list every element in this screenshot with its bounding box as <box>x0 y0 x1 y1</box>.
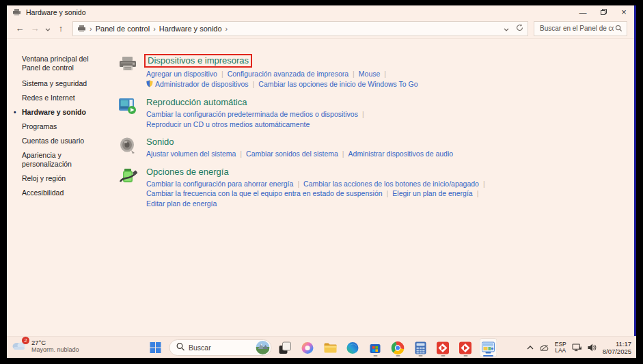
sidebar-item-label: Sistema y seguridad <box>22 79 87 87</box>
task-link[interactable]: Editar plan de energía <box>146 199 217 208</box>
link-separator: | <box>342 150 344 158</box>
sidebar-item-ventana-principal-del-panel-de-control[interactable]: Ventana principal del Panel de control <box>22 55 102 72</box>
link-separator: | <box>362 110 364 118</box>
breadcrumb-item[interactable]: Panel de control <box>96 25 150 33</box>
taskbar-icon-explorer[interactable] <box>321 338 339 357</box>
window-titlebar: Hardware y sonido — × <box>7 5 634 18</box>
red-app-2-icon <box>459 341 472 354</box>
taskbar-icon-edge[interactable] <box>344 338 361 357</box>
link-separator: | <box>483 180 485 188</box>
calculator-icon <box>414 341 426 354</box>
restore-button[interactable] <box>593 5 614 18</box>
task-link-label: Ajustar volumen del sistema <box>146 150 236 158</box>
network-icon[interactable] <box>572 344 582 352</box>
forward-button[interactable]: → <box>27 23 42 33</box>
running-indicator <box>463 355 467 357</box>
section-body: Opciones de energíaCambiar la configurac… <box>146 165 489 209</box>
bing-daily-image <box>256 341 269 354</box>
link-separator: | <box>387 189 389 197</box>
minimize-button[interactable]: — <box>573 5 593 18</box>
sidebar-item-sistema-y-seguridad[interactable]: Sistema y seguridad <box>22 79 102 88</box>
running-indicator <box>483 355 493 357</box>
sidebar-item-label: Redes e Internet <box>22 94 75 102</box>
sidebar-item-apariencia-y-personalizaci-n[interactable]: Apariencia y personalización <box>22 151 102 169</box>
task-link-label: Editar plan de energía <box>146 199 217 208</box>
task-link[interactable]: Configuración avanzada de impresora <box>228 70 348 78</box>
task-link-label: Elegir un plan de energía <box>392 189 472 197</box>
task-link[interactable]: Cambiar la frecuencia con la que el equi… <box>146 189 383 197</box>
sidebar-item-programas[interactable]: Programas <box>22 122 102 131</box>
sidebar-item-redes-e-internet[interactable]: Redes e Internet <box>22 94 102 102</box>
task-link-label: Cambiar las opciones de inicio de Window… <box>258 80 418 88</box>
weather-widget[interactable]: 2 27°C Mayorm. nublado <box>12 339 79 354</box>
speaker-icon[interactable] <box>116 135 139 159</box>
taskbar-icon-chrome[interactable] <box>389 338 407 357</box>
task-link[interactable]: Cambiar las opciones de inicio de Window… <box>258 80 418 88</box>
task-link[interactable]: Cambiar la configuración predeterminada … <box>146 110 358 118</box>
breadcrumb-icon[interactable] <box>77 25 86 32</box>
up-button[interactable]: ↑ <box>53 23 68 33</box>
search-icon <box>176 341 184 354</box>
tray-overflow-chevron-icon[interactable] <box>527 346 534 350</box>
sidebar-item-label: Reloj y región <box>22 174 66 182</box>
back-button[interactable]: ← <box>12 23 27 33</box>
sidebar-item-label: Programas <box>22 122 57 130</box>
task-link[interactable]: Administrador de dispositivos <box>146 80 249 88</box>
task-link[interactable]: Reproducir un CD u otros medios automáti… <box>146 120 310 128</box>
sidebar-item-cuentas-de-usuario[interactable]: Cuentas de usuario <box>22 137 102 145</box>
task-link-label: Cambiar sonidos del sistema <box>246 150 338 158</box>
taskbar-icon-calculator[interactable] <box>411 338 429 357</box>
task-link[interactable]: Agregar un dispositivo <box>146 70 217 78</box>
section-body: Reproducción automáticaCambiar la config… <box>146 96 368 129</box>
task-link[interactable]: Elegir un plan de energía <box>392 189 472 197</box>
link-separator: | <box>297 180 299 188</box>
taskbar-icon-red-app-2[interactable] <box>456 338 474 357</box>
breadcrumb[interactable]: ›Panel de control›Hardware y sonido› <box>72 21 528 36</box>
onedrive-offline-icon[interactable] <box>539 344 549 352</box>
task-link[interactable]: Ajustar volumen del sistema <box>146 150 236 158</box>
breadcrumb-controls <box>504 24 523 33</box>
running-indicator <box>441 355 445 357</box>
sidebar-item-reloj-y-regi-n[interactable]: Reloj y región <box>22 174 102 183</box>
taskbar-icon-start[interactable] <box>146 338 164 357</box>
printer-icon[interactable] <box>116 54 139 89</box>
link-row: Cambiar la frecuencia con la que el equi… <box>146 188 489 199</box>
refresh-icon[interactable] <box>516 24 523 33</box>
task-link[interactable]: Cambiar la configuración para ahorrar en… <box>146 180 293 188</box>
autoplay-icon[interactable] <box>116 96 139 129</box>
language-indicator[interactable]: ESP LAA <box>555 341 566 354</box>
section-title-power-options[interactable]: Opciones de energía <box>146 167 229 178</box>
search-input[interactable] <box>538 24 615 33</box>
close-button[interactable]: × <box>614 5 634 18</box>
sidebar-item-accesibilidad[interactable]: Accesibilidad <box>22 188 102 197</box>
volume-icon[interactable] <box>588 344 597 352</box>
sidebar: Ventana principal del Panel de controlSi… <box>7 40 109 336</box>
taskbar-icon-store[interactable] <box>366 338 384 357</box>
breadcrumb-chevron-icon: › <box>90 25 92 33</box>
sidebar-item-hardware-y-sonido[interactable]: •Hardware y sonido <box>22 108 102 117</box>
section-title-devices-printers[interactable]: Dispositivos e impresoras <box>144 54 252 68</box>
taskbar-icon-taskview[interactable] <box>276 338 294 357</box>
task-link[interactable]: Administrar dispositivos de audio <box>348 150 454 158</box>
section-title-sound[interactable]: Sonido <box>146 137 174 148</box>
task-link[interactable]: Cambiar las acciones de los botones de i… <box>303 180 479 188</box>
task-link[interactable]: Mouse <box>359 70 381 78</box>
section-title-autoplay[interactable]: Reproducción automática <box>146 97 247 108</box>
breadcrumb-item[interactable]: Hardware y sonido <box>159 25 222 33</box>
breadcrumb-chevron-icon: › <box>153 25 156 33</box>
clock[interactable]: 11:17 8/07/2025 <box>603 340 631 355</box>
task-link-label: Cambiar la configuración predeterminada … <box>146 110 358 118</box>
screen-edge-accent <box>634 5 636 358</box>
search-icon[interactable] <box>615 23 623 35</box>
taskbar-icon-copilot[interactable] <box>299 338 316 357</box>
recent-pages-chevron-icon[interactable] <box>42 23 53 33</box>
power-icon[interactable] <box>116 165 139 209</box>
taskbar-icon-control-panel[interactable] <box>479 338 497 357</box>
task-link-label: Cambiar la frecuencia con la que el equi… <box>146 189 383 197</box>
address-dropdown-chevron-icon[interactable] <box>504 25 509 33</box>
link-separator: | <box>384 70 386 78</box>
task-link[interactable]: Cambiar sonidos del sistema <box>246 150 338 158</box>
taskbar-search[interactable]: Buscar <box>169 339 271 356</box>
sidebar-item-label: Cuentas de usuario <box>22 137 84 145</box>
taskbar-icon-red-app-1[interactable] <box>434 338 452 357</box>
